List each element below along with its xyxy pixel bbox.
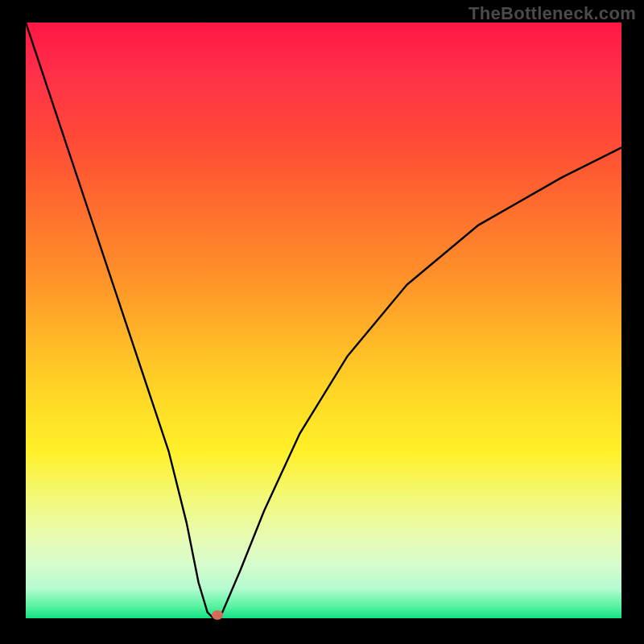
chart-frame: TheBottleneck.com [0,0,644,644]
curve-svg [26,23,621,618]
plot-area [26,23,621,618]
optimum-marker [212,610,223,620]
watermark-text: TheBottleneck.com [469,3,636,24]
bottleneck-curve-path [26,23,621,618]
